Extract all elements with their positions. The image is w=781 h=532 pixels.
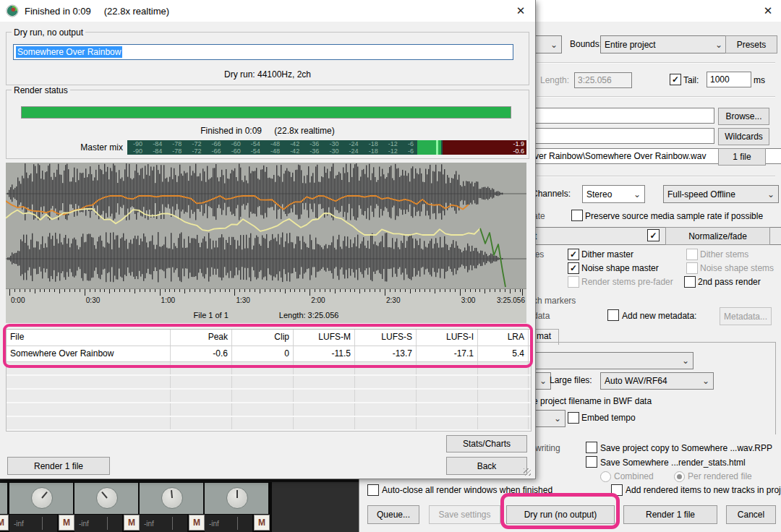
ruler-tick [239,289,240,292]
ruler-tick [64,289,65,292]
ruler-tick [150,289,150,292]
back-button[interactable]: Back [446,457,527,475]
mute-button[interactable]: M [0,515,9,531]
embed-tempo-label: Embed tempo [581,413,636,423]
queue-button[interactable]: Queue... [367,505,419,524]
meter-scale-label: -6 [408,140,414,147]
add-metadata-checkbox[interactable] [607,309,619,321]
save-render-stats-checkbox[interactable] [586,456,597,468]
chevron-down-icon: ⌄ [682,357,689,364]
mute-button[interactable]: M [59,515,74,531]
table-row[interactable]: Somewhere Over Rainbow-0.60-11.5-13.7-17… [7,346,531,362]
table-cell [232,362,294,374]
ruler-tick [359,289,360,293]
dry-run-button[interactable]: Dry run (no output) [506,505,615,524]
peak-value-left: -1.9 [495,140,524,147]
mute-button[interactable]: M [254,515,270,531]
presets-button[interactable]: Presets [725,35,777,53]
ruler-label: 0:30 [86,296,100,304]
noise-shape-master-checkbox[interactable]: ✓ [568,262,579,274]
table-cell [171,403,232,416]
tail-checkbox[interactable]: ✓ [670,74,681,85]
table-cell [7,390,171,402]
ruler-tick [410,289,411,293]
volume-fader[interactable]: -inf [205,515,252,532]
render-file-button-left[interactable]: Render 1 file [7,457,110,475]
metadata-button[interactable]: Metadata... [720,307,772,325]
render-filename-input[interactable]: Somewhere Over Rainbow [13,44,513,60]
save-project-copy-checkbox[interactable] [586,442,597,453]
channels-label: Channels: [532,189,571,199]
per-rendered-file-radio[interactable] [674,471,685,482]
render-stems-prefader-label: Render stems pre-fader [581,277,673,287]
second-pass-checkbox[interactable] [684,276,696,288]
ruler-tick [415,289,416,292]
fragment-metadata: data [533,311,550,321]
file-counter: File 1 of 1 [194,311,229,319]
wildcards-button[interactable]: Wildcards [718,128,769,145]
auto-close-checkbox[interactable] [367,484,379,496]
cancel-button[interactable]: Cancel [726,505,776,524]
mute-button[interactable]: M [124,515,140,531]
noise-shape-stems-checkbox[interactable] [686,262,698,274]
noise-shape-stems-label: Noise shape stems [700,263,774,273]
noise-shape-master-label: Noise shape master [581,263,659,273]
gain-readout: -inf [79,520,89,528]
save-settings-button[interactable]: Save settings [429,505,500,524]
channels-dropdown[interactable]: Stereo⌄ [582,185,645,203]
meter-scale-label: -90 [133,147,142,155]
table-cell [171,417,232,429]
combined-radio[interactable] [600,471,611,482]
table-cell [355,390,417,402]
pan-knob[interactable] [226,487,248,509]
volume-fader[interactable]: -inf [74,515,122,532]
ruler-tick [424,289,425,292]
chevron-down-icon: ⌄ [715,41,722,48]
add-rendered-items-checkbox[interactable] [611,484,623,496]
ruler-tick [30,289,30,292]
large-files-dropdown[interactable]: Auto WAV/RF64⌄ [600,372,714,390]
meter-peak-line [436,140,438,155]
ruler-tick [234,289,235,296]
ruler-tick [119,289,120,292]
meter-scale-label: -42 [290,140,299,147]
pan-knob[interactable] [31,487,53,509]
embed-tempo-checkbox[interactable] [568,412,579,424]
normalize-checkbox[interactable]: ✓ [647,229,660,241]
meter-scale-label: -90 [133,140,142,147]
ruler-tick [165,289,166,292]
ruler-tick [255,289,255,292]
tail-input[interactable]: 1000 [707,72,751,87]
bounds-dropdown[interactable]: Entire project⌄ [600,35,727,53]
dither-master-checkbox[interactable]: ✓ [568,249,579,260]
table-cell [478,390,529,402]
render-progress-bar [21,106,511,119]
divider [537,96,775,98]
ruler-tick [229,289,230,292]
stats-charts-button[interactable]: Stats/Charts [446,435,527,452]
ruler-tick [445,289,445,292]
ruler-tick [215,289,215,292]
file-count-button[interactable]: 1 file [718,148,766,166]
preserve-sample-rate-checkbox[interactable] [571,210,583,221]
normalize-fade-button[interactable]: Normalize/fade [665,227,770,245]
ruler-end-label: 3:25.056 [497,296,525,304]
table-cell [7,417,171,429]
ruler-tick [400,289,401,292]
pan-knob[interactable] [96,487,118,509]
render-speed-dropdown[interactable]: Full-speed Offline⌄ [663,185,779,203]
browse-button[interactable]: Browse... [718,108,769,125]
render-stems-prefader-checkbox[interactable] [568,276,579,288]
render-file-button[interactable]: Render 1 file [623,505,717,524]
waveform-display [6,163,526,288]
meter-scale-label: -78 [172,147,182,155]
dither-stems-checkbox[interactable] [686,249,698,260]
pan-knob[interactable] [161,487,183,509]
volume-fader[interactable]: -inf [140,515,187,532]
close-icon[interactable]: ✕ [512,3,529,19]
volume-fader[interactable]: -inf [9,515,57,532]
strip-panel [0,483,7,514]
close-icon[interactable]: ✕ [759,3,777,19]
resize-grip[interactable] [524,468,531,476]
mute-button[interactable]: M [189,515,205,531]
